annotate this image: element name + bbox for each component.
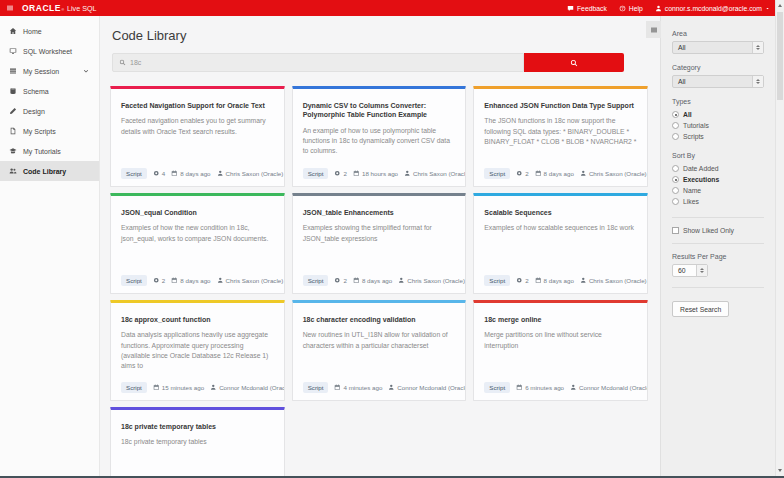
divider (672, 287, 764, 288)
sidebar-item-schema[interactable]: Schema (0, 81, 99, 101)
vertical-scrollbar[interactable] (775, 0, 784, 476)
reset-search-button[interactable]: Reset Search (672, 301, 729, 317)
executions-stat-text: 4 (162, 170, 165, 177)
radio-label: Likes (683, 198, 699, 205)
author-stat: Connor Mcdonald (Oracle) (210, 384, 285, 391)
author-stat: Chris Saxon (Oracle) (580, 277, 647, 284)
category-label: Category (672, 64, 764, 71)
posted-date-stat-text: 8 days ago (544, 170, 574, 177)
sidebar-item-my-scripts[interactable]: My Scripts (0, 121, 99, 141)
code-card[interactable]: Scalable Sequences Examples of how scala… (473, 193, 648, 294)
card-footer: Script28 days agoChris Saxon (Oracle) (484, 162, 637, 179)
sort-by-option-likes[interactable]: Likes (672, 196, 764, 207)
author-stat-text: Chris Saxon (Oracle) (226, 277, 284, 284)
code-card[interactable]: 18c private temporary tables 18c private… (110, 407, 285, 476)
types-label: Types (672, 98, 764, 105)
scroll-up-icon[interactable] (776, 0, 784, 11)
posted-date-stat: 8 days ago (535, 277, 574, 284)
posted-date-stat-text: 8 days ago (544, 277, 574, 284)
calendar-icon (153, 384, 160, 391)
radio-label: Executions (683, 176, 719, 183)
code-card[interactable]: Faceted Navigation Support for Oracle Te… (110, 86, 285, 187)
card-title: Scalable Sequences (484, 208, 637, 217)
sort-by-option-executions[interactable]: Executions (672, 174, 764, 185)
card-footer: Script48 days agoChris Saxon (Oracle) (121, 162, 274, 179)
help-button[interactable]: Help (619, 5, 643, 12)
sidebar-item-sql-worksheet[interactable]: SQL Worksheet (0, 41, 99, 61)
search-row (112, 53, 624, 72)
author-stat: Chris Saxon (Oracle) (580, 170, 647, 177)
browser-window: ORACLE® Live SQL Feedback Help connor.s.… (0, 0, 784, 478)
code-card[interactable]: 18c merge online Merge partitions on lin… (473, 300, 648, 401)
posted-date-stat: 8 days ago (171, 170, 210, 177)
results-per-page-select[interactable]: 60 (672, 264, 708, 277)
code-card[interactable]: JSON_equal Condition Examples of how the… (110, 193, 285, 294)
sort-by-label: Sort By (672, 152, 764, 159)
code-card[interactable]: Enhanced JSON Function Data Type Support… (473, 86, 648, 187)
sidebar-item-my-tutorials[interactable]: My Tutorials (0, 141, 99, 161)
feedback-button[interactable]: Feedback (567, 5, 607, 12)
person-icon (217, 277, 224, 284)
executions-stat: 2 (516, 170, 528, 177)
gear-icon (153, 277, 160, 284)
sidebar-item-label: My Session (23, 68, 59, 75)
area-select[interactable]: All (672, 41, 764, 54)
script-file-icon (9, 127, 17, 135)
radio-icon (672, 187, 679, 194)
card-title: JSON_equal Condition (121, 208, 274, 217)
code-card[interactable]: JSON_table Enhancements Examples showing… (292, 193, 467, 294)
pencil-icon (9, 107, 17, 115)
select-spinner-icon (696, 265, 707, 276)
search-input[interactable] (130, 59, 517, 66)
search-button[interactable] (524, 53, 624, 72)
posted-date-stat: 8 days ago (353, 277, 392, 284)
posted-date-stat: 15 minutes ago (153, 384, 204, 391)
card-description: 18c private temporary tables (121, 437, 274, 447)
author-stat-text: Chris Saxon (Oracle) (226, 170, 284, 177)
posted-date-stat: 4 minutes ago (334, 384, 382, 391)
types-option-scripts[interactable]: Scripts (672, 131, 764, 142)
person-icon (217, 170, 224, 177)
posted-date-stat: 8 days ago (535, 170, 574, 177)
category-select-value: All (678, 78, 686, 85)
code-card[interactable]: Dynamic CSV to Columns Converter: Polymo… (292, 86, 467, 187)
scrollbar-thumb[interactable] (777, 12, 783, 100)
gear-icon (334, 277, 341, 284)
sidebar-item-home[interactable]: Home (0, 21, 99, 41)
monitor-icon (9, 47, 17, 55)
sort-by-option-date-added[interactable]: Date Added (672, 163, 764, 174)
types-option-tutorials[interactable]: Tutorials (672, 120, 764, 131)
types-option-all[interactable]: All (672, 109, 764, 120)
category-select[interactable]: All (672, 75, 764, 88)
author-stat: Chris Saxon (Oracle) (217, 170, 284, 177)
person-icon (580, 170, 587, 177)
filters-toggle-button[interactable] (646, 21, 661, 38)
author-stat-text: Connor Mcdonald (Oracle) (397, 384, 466, 391)
card-footer: Script28 days agoChris Saxon (Oracle) (303, 269, 456, 286)
sidebar-item-design[interactable]: Design (0, 101, 99, 121)
sidebar-item-code-library[interactable]: Code Library (0, 161, 99, 181)
user-menu[interactable]: connor.s.mcdonald@oracle.com (655, 5, 770, 12)
oracle-live-sql-logo[interactable]: ORACLE® Live SQL (22, 3, 97, 13)
feedback-label: Feedback (577, 5, 607, 12)
brand-suffix: Live SQL (67, 4, 97, 13)
results-per-page-value: 60 (678, 267, 686, 274)
sort-by-option-name[interactable]: Name (672, 185, 764, 196)
calendar-icon (516, 384, 523, 391)
executions-stat-text: 2 (162, 277, 165, 284)
show-liked-only-checkbox-row[interactable]: Show Liked Only (672, 227, 764, 234)
code-card[interactable]: 18c character encoding validation New ro… (292, 300, 467, 401)
code-card[interactable]: 18c approx_count function Data analysis … (110, 300, 285, 401)
scroll-down-icon[interactable] (776, 465, 784, 476)
radio-label: Date Added (683, 165, 719, 172)
calendar-icon (171, 170, 178, 177)
types-radio-group: AllTutorialsScripts (672, 109, 764, 142)
session-list-icon (9, 67, 17, 75)
sidebar-item-my-session[interactable]: My Session (0, 61, 99, 81)
author-stat-text: Chris Saxon (Oracle) (589, 170, 647, 177)
posted-date-stat-text: 6 minutes ago (525, 384, 564, 391)
radio-icon (672, 198, 679, 205)
card-description: Data analysis applications heavily use a… (121, 330, 274, 371)
sidebar-item-label: SQL Worksheet (23, 48, 72, 55)
nav-menu-icon[interactable] (6, 4, 14, 12)
